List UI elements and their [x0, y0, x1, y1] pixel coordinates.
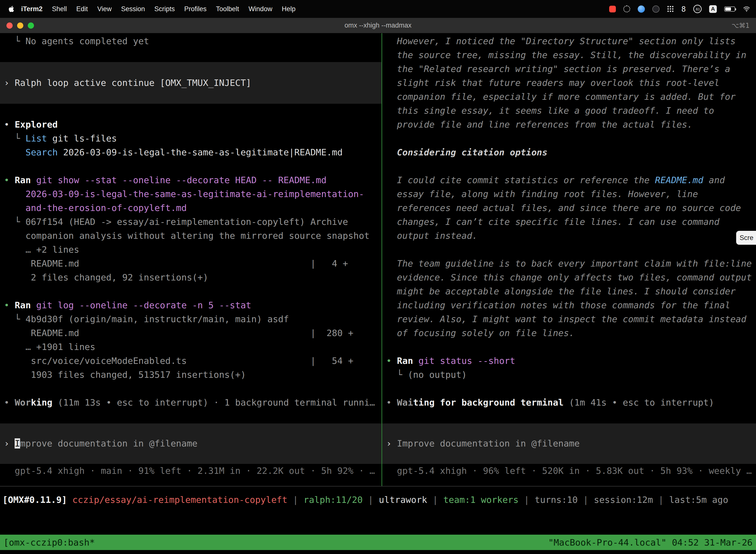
window-title: omx --xhigh --madmax: [344, 21, 412, 29]
text-run: and: [703, 175, 725, 185]
text-run: Ran: [15, 300, 31, 310]
tmux-status-bar: [omx-cczip0:bash* "MacBook-Pro-44.local"…: [0, 535, 756, 550]
apple-menu-icon[interactable]: [8, 5, 14, 12]
terminal-line: including verification notes with those …: [382, 298, 756, 312]
terminal-line: 2026-03-09-is-legal-the-same-as-legitima…: [0, 187, 381, 201]
wifi-icon[interactable]: [743, 5, 751, 12]
tmux-host-clock: "MacBook-Pro-44.local" 04:52 31-Mar-26: [548, 537, 753, 548]
text-run: evidence. Since this change only affects…: [386, 272, 752, 282]
text-run: README.md | 4 +: [4, 258, 348, 269]
terminal-line: and-the-erosion-of-copyleft.md: [0, 201, 381, 215]
screen-share-overlay-button[interactable]: Scre: [736, 231, 756, 245]
text-run: README.md: [655, 175, 703, 185]
blank-line: [0, 382, 381, 396]
blank-line: [0, 159, 381, 173]
text-run: List: [25, 133, 47, 144]
text-run: cczip/essay/ai-reimplementation-copyleft: [72, 495, 288, 505]
text-run: king: [31, 397, 52, 407]
text-run: └ No agents completed yet: [4, 36, 149, 46]
prompt-input[interactable]: › Improve documentation in @filename: [382, 424, 756, 464]
terminal-line: › Improve documentation in @filename: [382, 437, 756, 450]
apps-grid-icon[interactable]: [667, 5, 674, 12]
battery-fill: [725, 7, 731, 11]
text-run: [OMX#0.11.9]: [2, 495, 72, 505]
battery-percent-circle-icon[interactable]: .61: [693, 5, 702, 13]
text-run: references need actual files, and since …: [386, 203, 741, 213]
close-button[interactable]: [6, 22, 13, 29]
menu-item-shell[interactable]: Shell: [47, 5, 72, 13]
menu-item-edit[interactable]: Edit: [72, 5, 93, 13]
menu-items: iTerm2ShellEditViewSessionScriptsProfile…: [16, 5, 300, 13]
terminal-line: • Waiting for background terminal (1m 41…: [382, 396, 756, 409]
horizontal-separator: [0, 486, 756, 487]
terminal-line: essay file, along with finding root file…: [382, 187, 756, 201]
text-run: Ran: [397, 356, 413, 366]
menu-item-session[interactable]: Session: [116, 5, 149, 13]
text-run: |: [653, 495, 669, 505]
terminal-line: └ No agents completed yet: [0, 34, 381, 48]
terminal-line: 2 files changed, 92 insertions(+): [0, 271, 381, 284]
text-run: gpt-5.4 xhigh · 96% left · 520K in · 5.8…: [386, 466, 752, 476]
text-run: Improve documentation in @filename: [397, 438, 580, 448]
menu-item-profiles[interactable]: Profiles: [180, 5, 211, 13]
dotted-circle-icon[interactable]: [623, 5, 630, 12]
menu-item-view[interactable]: View: [92, 5, 116, 13]
terminal-line: Considering citation options: [382, 146, 756, 159]
battery-tip: [735, 8, 736, 10]
text-run: git show --stat --oneline --decorate HEA…: [31, 175, 326, 185]
text-run: └ 4b9d30f (origin/main, instructkr/main,…: [4, 314, 289, 324]
dark-app-icon[interactable]: [652, 5, 659, 13]
menu-item-toolbelt[interactable]: Toolbelt: [211, 5, 244, 13]
terminal-line: evidence. Since this change only affects…: [382, 271, 756, 284]
text-run: might be acceptable alongside the file l…: [386, 286, 736, 296]
number-8-status-icon[interactable]: 8: [681, 5, 686, 13]
window-titlebar[interactable]: omx --xhigh --madmax ⌥⌘1: [0, 18, 756, 33]
prompt-input[interactable]: › Improve documentation in @filename: [0, 424, 381, 464]
text-run: •: [386, 356, 397, 366]
text-run: provide file and line references from th…: [386, 119, 693, 129]
tmux-pane-right[interactable]: However, I noticed the "Directory Struct…: [382, 33, 756, 486]
terminal-line: README.md | 280 +: [0, 326, 381, 340]
menu-item-help[interactable]: Help: [277, 5, 300, 13]
blue-app-icon[interactable]: [638, 5, 645, 13]
terminal-line: review. Also, I might want to inspect th…: [382, 312, 756, 326]
text-run: The team guideline is to back every impo…: [386, 258, 752, 269]
terminal-line: references need actual files, and since …: [382, 201, 756, 215]
minimize-button[interactable]: [17, 22, 23, 29]
terminal-line: › Improve documentation in @filename: [0, 437, 381, 450]
menu-item-scripts[interactable]: Scripts: [149, 5, 180, 13]
text-run: src/voice/voiceModeEnabled.ts | 54 +: [4, 356, 354, 366]
terminal-line: companion file, especially if more comme…: [382, 90, 756, 104]
blank-line: [382, 159, 756, 173]
terminal-line: • Explored: [0, 118, 381, 131]
text-run: of focusing solely on file lines.: [386, 328, 574, 338]
blank-line: [382, 243, 756, 257]
blank-line: [382, 131, 756, 146]
blank-line: [0, 409, 381, 424]
text-run: •: [4, 397, 15, 407]
text-run: Considering citation options: [386, 147, 548, 157]
tmux-pane-left[interactable]: └ No agents completed yet› Ralph loop ac…: [0, 33, 381, 486]
text-run: turns:10: [535, 495, 578, 505]
text-run: ›: [386, 438, 397, 448]
input-source-icon[interactable]: A: [709, 5, 717, 13]
text-run: •: [4, 175, 15, 185]
text-run: 2026-03-09-is-legal-the-same-as-legitima…: [4, 189, 364, 199]
terminal-line: of focusing solely on file lines.: [382, 326, 756, 340]
battery-icon[interactable]: [724, 6, 735, 12]
terminal-line: src/voice/voiceModeEnabled.ts | 54 +: [0, 354, 381, 368]
text-run: Wai: [397, 397, 413, 407]
menu-item-iterm2[interactable]: iTerm2: [16, 5, 47, 13]
text-run: 2026-03-09-is-legal-the-same-as-legitima…: [58, 147, 343, 157]
terminal-line: › Ralph loop active continue [OMX_TMUX_I…: [0, 76, 381, 90]
terminal-line: The team guideline is to back every impo…: [382, 257, 756, 271]
text-run: the source tree, missing the essay. Stil…: [386, 50, 746, 60]
text-run: |: [578, 495, 594, 505]
terminal: └ No agents completed yet› Ralph loop ac…: [0, 33, 756, 486]
text-run: session:12m: [594, 495, 653, 505]
text-run: including verification notes with those …: [386, 300, 730, 310]
menu-item-window[interactable]: Window: [244, 5, 277, 13]
text-run: └ 067f154 (HEAD -> essay/ai-reimplementa…: [4, 217, 348, 227]
screen-recording-stop-icon[interactable]: [609, 6, 616, 12]
zoom-button[interactable]: [28, 22, 34, 29]
